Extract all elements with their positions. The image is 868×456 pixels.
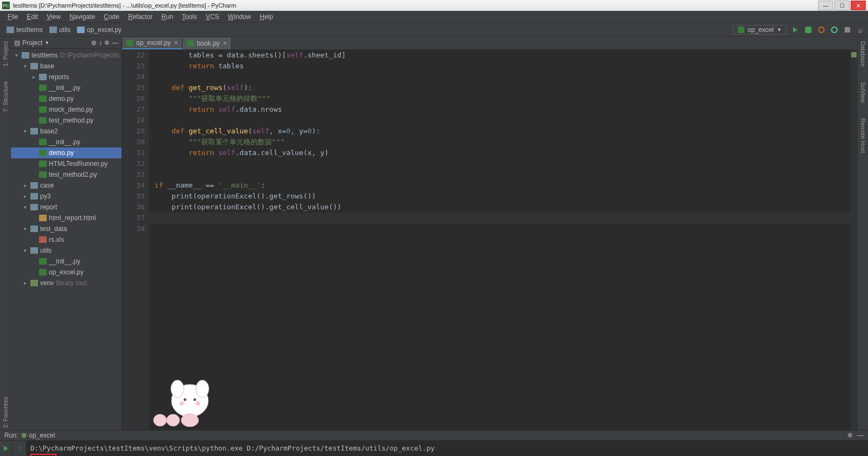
- tree-item[interactable]: test_method2.py: [11, 169, 122, 180]
- collapse-icon[interactable]: ↕: [99, 39, 102, 47]
- breadcrumb[interactable]: utils: [46, 26, 74, 34]
- chevron-icon[interactable]: ▾: [22, 129, 28, 134]
- tool-project[interactable]: 1: Project: [2, 39, 9, 68]
- code-line[interactable]: return self.data.nrows: [155, 104, 851, 115]
- code-line[interactable]: print(operationExcel().get_cell_value()): [155, 202, 851, 213]
- tree-item[interactable]: ▸case: [11, 180, 122, 191]
- profile-button[interactable]: [830, 25, 839, 34]
- menu-navigate[interactable]: Navigate: [65, 13, 99, 21]
- tree-item[interactable]: test_method.py: [11, 115, 122, 126]
- tree-item[interactable]: ▾testItemsD:\PycharmProjects\: [11, 50, 122, 61]
- code-line[interactable]: [155, 169, 851, 180]
- code-line[interactable]: return self.data.cell_value(x, y): [155, 147, 851, 158]
- menu-view[interactable]: View: [42, 13, 65, 21]
- minimize-button[interactable]: —: [818, 1, 833, 10]
- code-line[interactable]: return tables: [155, 61, 851, 72]
- editor-tab[interactable]: book.py×: [183, 37, 232, 49]
- chevron-icon[interactable]: ▾: [22, 226, 28, 232]
- menu-run[interactable]: Run: [157, 13, 177, 21]
- locate-icon[interactable]: ⊕: [91, 39, 97, 47]
- tree-item[interactable]: __init__.py: [11, 256, 122, 267]
- hide-icon[interactable]: —: [857, 432, 864, 439]
- up-icon[interactable]: ↑: [15, 444, 24, 453]
- stop-button[interactable]: [843, 25, 852, 34]
- rerun-button[interactable]: [2, 444, 10, 453]
- py-icon: [126, 40, 133, 46]
- coverage-button[interactable]: [817, 25, 826, 34]
- close-icon[interactable]: ×: [223, 40, 227, 47]
- tree-item[interactable]: ▾base2: [11, 126, 122, 137]
- code-line[interactable]: def get_rows(self):: [155, 82, 851, 93]
- tree-item[interactable]: mock_demo.py: [11, 104, 122, 115]
- code-line[interactable]: tables = data.sheets()[self.sheet_id]: [155, 50, 851, 61]
- tree-item[interactable]: op_excel.py: [11, 267, 122, 278]
- code-line[interactable]: if __name__ == '__main__':: [155, 180, 851, 191]
- breadcrumb[interactable]: op_excel.py: [74, 26, 125, 34]
- console-output[interactable]: D:\PycharmProjects\testItems\venv\Script…: [26, 441, 868, 456]
- menu-edit[interactable]: Edit: [22, 13, 42, 21]
- close-icon[interactable]: ×: [174, 39, 178, 47]
- close-button[interactable]: ✕: [851, 1, 866, 10]
- project-tree[interactable]: ▾testItemsD:\PycharmProjects\▾base▸repor…: [11, 49, 122, 430]
- tool-database[interactable]: Database: [860, 39, 866, 69]
- code-line[interactable]: [155, 158, 851, 169]
- tree-item[interactable]: __init__.py: [11, 82, 122, 93]
- tree-item[interactable]: ▸reports: [11, 72, 122, 82]
- tool-structure[interactable]: 7: Structure: [2, 79, 9, 114]
- chevron-icon[interactable]: ▸: [30, 74, 37, 80]
- editor-tab[interactable]: op_excel.py×: [122, 37, 183, 49]
- tree-item[interactable]: demo.py: [11, 147, 122, 158]
- project-view-icon[interactable]: ▤: [14, 39, 20, 47]
- gear-icon[interactable]: ✲: [104, 39, 110, 47]
- tool-remotehost[interactable]: Remote Host: [860, 116, 866, 155]
- maximize-button[interactable]: ☐: [834, 1, 850, 10]
- folder-icon: [30, 128, 38, 134]
- menu-tools[interactable]: Tools: [177, 13, 201, 21]
- code-line[interactable]: [155, 115, 851, 126]
- run-button[interactable]: [791, 25, 800, 34]
- gear-icon[interactable]: ✲: [847, 432, 853, 439]
- menu-file[interactable]: File: [3, 13, 22, 21]
- code-line[interactable]: """获取某个单元格的数据""": [155, 137, 851, 147]
- menu-refactor[interactable]: Refactor: [124, 13, 157, 21]
- code-line[interactable]: print(operationExcel().get_rows()): [155, 191, 851, 202]
- chevron-down-icon[interactable]: ▼: [44, 40, 49, 46]
- tree-item[interactable]: ▾utils: [11, 245, 122, 256]
- menu-help[interactable]: Help: [256, 13, 278, 21]
- folder-icon: [30, 182, 38, 189]
- tree-item[interactable]: HTMLTestRunner.py: [11, 158, 122, 169]
- chevron-icon[interactable]: ▾: [22, 204, 28, 210]
- tree-item[interactable]: ▸venvlibrary root: [11, 278, 122, 288]
- tree-label: demo.py: [49, 149, 74, 157]
- code-line[interactable]: """获取单元格的排数""": [155, 93, 851, 104]
- tree-item[interactable]: ▾test_data: [11, 223, 122, 234]
- chevron-icon[interactable]: ▸: [22, 183, 28, 188]
- tool-favorites[interactable]: 2: Favorites: [2, 395, 9, 430]
- chevron-icon[interactable]: ▾: [22, 248, 28, 253]
- tree-item[interactable]: ▾base: [11, 61, 122, 72]
- code-line[interactable]: [155, 72, 851, 82]
- error-stripe[interactable]: [851, 50, 857, 430]
- menu-vcs[interactable]: VCS: [201, 13, 224, 21]
- debug-button[interactable]: [804, 25, 813, 34]
- chevron-icon[interactable]: ▾: [22, 63, 28, 69]
- breadcrumb[interactable]: testItems: [3, 26, 46, 34]
- tree-item[interactable]: __init__.py: [11, 137, 122, 147]
- code-line[interactable]: def get_cell_value(self, x=0, y=0):: [155, 126, 851, 137]
- tree-item[interactable]: demo.py: [11, 93, 122, 104]
- tree-item[interactable]: html_report.html: [11, 213, 122, 223]
- run-configuration-selector[interactable]: op_excel ▼: [733, 25, 787, 35]
- search-everywhere-button[interactable]: ⌕: [856, 25, 865, 34]
- chevron-icon[interactable]: ▸: [22, 280, 28, 286]
- hide-icon[interactable]: —: [112, 39, 118, 47]
- code-line[interactable]: [155, 223, 851, 234]
- chevron-icon[interactable]: ▸: [22, 194, 28, 199]
- tree-item[interactable]: ▸py3: [11, 191, 122, 202]
- tool-sciview[interactable]: SciView: [860, 80, 866, 105]
- chevron-icon[interactable]: ▾: [13, 53, 20, 58]
- menu-window[interactable]: Window: [224, 13, 256, 21]
- tree-item[interactable]: ▾report: [11, 202, 122, 213]
- code-area[interactable]: tables = data.sheets()[self.sheet_id] re…: [149, 50, 851, 430]
- menu-code[interactable]: Code: [99, 13, 124, 21]
- tree-item[interactable]: rs.xls: [11, 234, 122, 245]
